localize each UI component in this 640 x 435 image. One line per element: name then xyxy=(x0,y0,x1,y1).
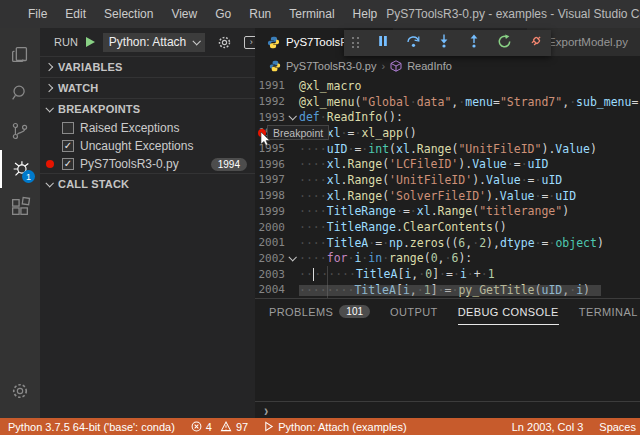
activity-search[interactable] xyxy=(0,74,40,112)
line-number[interactable]: 1992 xyxy=(255,95,285,108)
line-number[interactable]: 1991 xyxy=(255,79,285,92)
fold-column[interactable] xyxy=(285,255,299,261)
status-cursor-position[interactable]: Ln 2003, Col 3 xyxy=(512,421,584,433)
step-out-button[interactable] xyxy=(467,34,481,52)
status-debug-config[interactable]: Python: Attach (examples) xyxy=(264,421,406,433)
panel-tab-debug-console[interactable]: DEBUG CONSOLE xyxy=(458,299,559,325)
tab-label: t7ExportModel.py xyxy=(539,36,629,48)
debug-console-input[interactable]: › xyxy=(255,401,640,418)
section-label: VARIABLES xyxy=(58,61,123,73)
code-line[interactable]: 1993def·ReadInfo(): xyxy=(255,109,640,125)
python-icon xyxy=(269,60,281,72)
section-header-breakpoints[interactable]: BREAKPOINTS xyxy=(40,98,255,119)
line-number-badge: 1994 xyxy=(211,158,247,171)
status-indentation[interactable]: Spaces xyxy=(599,421,636,433)
menu-help[interactable]: Help xyxy=(344,7,387,21)
line-number[interactable]: 2001 xyxy=(255,236,285,249)
disconnect-button[interactable] xyxy=(528,34,543,53)
code-text: @xl_macro xyxy=(299,79,361,93)
breakpoint-item[interactable]: ✓Uncaught Exceptions xyxy=(40,137,255,155)
activity-run-debug[interactable]: 1 xyxy=(0,150,40,188)
breakpoint-item[interactable]: Raised Exceptions xyxy=(40,119,255,137)
code-line[interactable]: 1997····xl.Range('UnitFileID').Value·=·u… xyxy=(255,172,640,188)
code-line[interactable]: 2001····TitleA·=·np.zeros((6,·2),dtype·=… xyxy=(255,235,640,251)
section-header-variables[interactable]: VARIABLES xyxy=(40,56,255,77)
panel-tab-terminal[interactable]: TERMINAL xyxy=(579,299,638,325)
menu-file[interactable]: File xyxy=(19,7,56,21)
activity-explorer[interactable] xyxy=(0,36,40,74)
code-line[interactable]: 1999····TitleRange·=·xl.Range("titlerang… xyxy=(255,204,640,220)
line-number[interactable]: 1997 xyxy=(255,173,285,186)
code-line[interactable]: 2000····TitleRange.ClearContents() xyxy=(255,219,640,235)
menu-run[interactable]: Run xyxy=(240,7,280,21)
line-number[interactable]: 2004 xyxy=(255,283,285,296)
debug-badge: 1 xyxy=(22,170,35,183)
line-number[interactable]: 1998 xyxy=(255,189,285,202)
activity-extensions[interactable] xyxy=(0,188,40,226)
section-header-watch[interactable]: WATCH xyxy=(40,77,255,98)
breadcrumb-file[interactable]: PyS7ToolsR3-0.py xyxy=(286,60,377,72)
line-number[interactable]: 1996 xyxy=(255,158,285,171)
code-line[interactable]: 1994····xl·=·xl_app()Breakpoint xyxy=(255,125,640,141)
debug-console-content[interactable] xyxy=(255,325,640,401)
restart-button[interactable] xyxy=(497,34,512,53)
breakpoint-item[interactable]: ✓PyS7ToolsR3-0.py1994 xyxy=(40,155,255,173)
code-text: ····uID·=·int(xl.Range("UnitFileID").Val… xyxy=(299,142,597,156)
step-into-button[interactable] xyxy=(437,34,451,52)
activity-manage[interactable] xyxy=(0,372,40,410)
code-line[interactable]: 2003········TitleA[i,·0]·=·i·+·1 xyxy=(255,266,640,282)
gear-icon xyxy=(217,35,232,50)
code-line[interactable]: 2002····for·i·in·range(0,·6): xyxy=(255,251,640,267)
checkbox-checked[interactable]: ✓ xyxy=(62,140,74,152)
code-line[interactable]: 1991@xl_macro xyxy=(255,78,640,94)
menu-edit[interactable]: Edit xyxy=(56,7,95,21)
problems-count-badge: 101 xyxy=(339,305,370,318)
breadcrumb-symbol[interactable]: ReadInfo xyxy=(407,60,452,72)
breadcrumb: PyS7ToolsR3-0.py › ReadInfo xyxy=(255,56,640,76)
line-number[interactable]: 2002 xyxy=(255,252,285,265)
python-icon xyxy=(267,36,280,49)
debug-settings-button[interactable] xyxy=(217,35,232,50)
checkbox-checked[interactable]: ✓ xyxy=(62,158,74,170)
pause-button[interactable] xyxy=(376,34,390,52)
warning-count: 97 xyxy=(236,421,248,433)
search-icon xyxy=(9,82,31,104)
menu-view[interactable]: View xyxy=(162,7,206,21)
drag-handle-icon[interactable] xyxy=(352,37,360,49)
activity-source-control[interactable] xyxy=(0,112,40,150)
breakpoint-dot-icon xyxy=(46,160,54,168)
extensions-icon xyxy=(9,196,31,218)
status-problems[interactable]: 4 97 xyxy=(191,421,248,433)
status-python-interpreter[interactable]: Python 3.7.5 64-bit ('base': conda) xyxy=(8,421,175,433)
line-number[interactable]: 1993 xyxy=(255,111,285,124)
run-label: RUN xyxy=(54,36,78,48)
line-number[interactable]: 2000 xyxy=(255,221,285,234)
step-over-icon xyxy=(406,34,421,48)
code-text: def·ReadInfo(): xyxy=(299,110,403,124)
code-text: ····for·i·in·range(0,·6): xyxy=(299,251,472,265)
code-line[interactable]: 1998····xl.Range('SolverFileID').Value·=… xyxy=(255,188,640,204)
line-number[interactable]: 1999 xyxy=(255,205,285,218)
code-editor[interactable]: 1991@xl_macro1992@xl_menu("Global·data",… xyxy=(255,76,640,298)
step-over-button[interactable] xyxy=(406,34,421,52)
checkbox-unchecked[interactable] xyxy=(62,122,74,134)
start-debug-icon[interactable] xyxy=(86,37,95,47)
line-number[interactable]: 2003 xyxy=(255,268,285,281)
panel-tab-problems[interactable]: PROBLEMS101 xyxy=(269,299,370,325)
breakpoint-label: Uncaught Exceptions xyxy=(80,139,193,153)
code-line[interactable]: 1996····xl.Range('LCFileID').Value·=·uID xyxy=(255,156,640,172)
title-bar: FileEditSelectionViewGoRunTerminalHelp P… xyxy=(0,0,640,28)
menu-selection[interactable]: Selection xyxy=(95,7,162,21)
debug-config-dropdown[interactable]: Python: Attach xyxy=(103,33,205,52)
panel-tab-output[interactable]: OUTPUT xyxy=(390,299,438,325)
menu-terminal[interactable]: Terminal xyxy=(280,7,343,21)
section-header-call-stack[interactable]: CALL STACK xyxy=(40,173,255,194)
horizontal-scrollbar[interactable] xyxy=(299,285,601,296)
code-line[interactable]: 1995····uID·=·int(xl.Range("UnitFileID")… xyxy=(255,141,640,157)
code-text: ········TitleA[i,·0]·=·i·+·1 xyxy=(299,267,495,281)
code-line[interactable]: 1992@xl_menu("Global·data",·menu="Strand… xyxy=(255,94,640,110)
menu-go[interactable]: Go xyxy=(206,7,240,21)
fold-column[interactable] xyxy=(285,114,299,120)
debug-sidebar: RUN Python: Attach › VARIABLESWATCHBREAK… xyxy=(40,28,255,418)
section-label: BREAKPOINTS xyxy=(58,103,140,115)
